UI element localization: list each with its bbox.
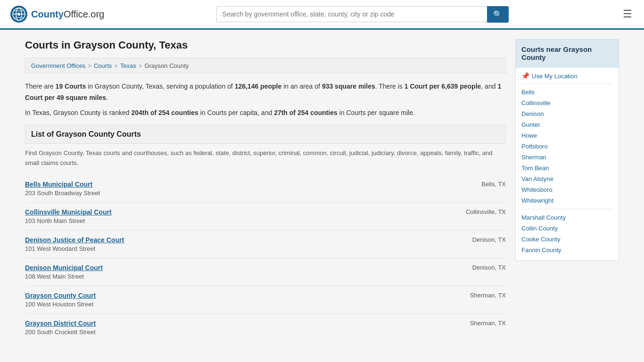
search-bar: 🔍 <box>216 6 509 23</box>
court-row: Bells Municipal Court 203 South Broadway… <box>25 181 506 197</box>
court-address: 101 West Woodard Street <box>25 245 124 252</box>
main-container: Courts in Grayson County, Texas Governme… <box>16 30 628 351</box>
court-name-link[interactable]: Grayson District Court <box>25 320 96 327</box>
court-address: 203 South Broadway Street <box>25 189 100 197</box>
stats-per-capita: 1 Court per 6,639 people <box>405 82 481 90</box>
search-input[interactable] <box>216 6 487 22</box>
court-city-state: Bells, TX <box>481 181 506 188</box>
breadcrumb-courts[interactable]: Courts <box>94 62 112 69</box>
sidebar-content: 📌 Use My Location BellsCollinsvilleDenis… <box>515 67 619 261</box>
stats-area: 933 square miles <box>322 82 375 90</box>
content-area: Courts in Grayson County, Texas Governme… <box>25 39 506 341</box>
search-button[interactable]: 🔍 <box>487 6 509 23</box>
breadcrumb-sep-2: > <box>114 62 118 69</box>
sidebar-city-link[interactable]: Whitesboro <box>521 184 613 195</box>
breadcrumb: Government Offices > Courts > Texas > Gr… <box>25 58 506 74</box>
court-name-link[interactable]: Denison Municipal Court <box>25 264 103 272</box>
court-address: 103 North Main Street <box>25 217 112 224</box>
sidebar-divider-1 <box>521 83 613 84</box>
court-list-item: Denison Justice of Peace Court 101 West … <box>25 230 506 258</box>
logo-county: County <box>31 9 64 19</box>
page-title: Courts in Grayson County, Texas <box>25 39 506 51</box>
court-name-link[interactable]: Denison Justice of Peace Court <box>25 236 124 244</box>
court-info: Collinsville Municipal Court 103 North M… <box>25 208 112 224</box>
sidebar-city-link[interactable]: Sherman <box>521 152 613 163</box>
sidebar-county-link[interactable]: Fannin County <box>521 245 613 255</box>
breadcrumb-texas[interactable]: Texas <box>120 62 136 69</box>
court-name-link[interactable]: Grayson County Court <box>25 292 96 299</box>
court-info: Bells Municipal Court 203 South Broadway… <box>25 181 100 197</box>
court-list-item: Collinsville Municipal Court 103 North M… <box>25 203 506 230</box>
sidebar-city-link[interactable]: Collinsville <box>521 98 613 108</box>
court-name-link[interactable]: Bells Municipal Court <box>25 181 100 188</box>
court-row: Collinsville Municipal Court 103 North M… <box>25 208 506 224</box>
location-pin-icon: 📌 <box>521 72 529 80</box>
use-location-label: Use My Location <box>532 73 578 80</box>
court-address: 200 South Crockett Street <box>25 329 96 336</box>
stats-location: Grayson County, Texas <box>95 82 163 90</box>
breadcrumb-sep-1: > <box>88 62 91 69</box>
court-info: Grayson County Court 100 West Houston St… <box>25 292 96 308</box>
sidebar-header: Courts near Grayson County <box>515 39 619 67</box>
court-list-item: Grayson County Court 100 West Houston St… <box>25 286 506 314</box>
court-row: Grayson District Court 200 South Crocket… <box>25 320 506 336</box>
breadcrumb-gov-offices[interactable]: Government Offices <box>31 62 85 69</box>
court-city-state: Sherman, TX <box>470 292 506 299</box>
sidebar-city-link[interactable]: Howe <box>521 130 613 141</box>
stats-rank-sqmile: 27th of 254 counties <box>274 109 338 116</box>
logo[interactable]: CountyOffice.org <box>9 5 104 24</box>
court-info: Denison Justice of Peace Court 101 West … <box>25 236 124 252</box>
court-info: Denison Municipal Court 108 West Main St… <box>25 264 103 280</box>
stats-block: There are 19 Courts in Grayson County, T… <box>25 81 506 118</box>
search-icon: 🔍 <box>493 10 503 18</box>
logo-org: Office.org <box>64 9 104 19</box>
stats-population: 126,146 people <box>235 82 282 90</box>
court-info: Grayson District Court 200 South Crocket… <box>25 320 96 336</box>
use-my-location-link[interactable]: 📌 Use My Location <box>521 72 613 80</box>
list-section-header: List of Grayson County Courts <box>25 125 506 144</box>
courts-list: Bells Municipal Court 203 South Broadway… <box>25 175 506 341</box>
sidebar-city-link[interactable]: Denison <box>521 108 613 119</box>
sidebar-county-link[interactable]: Collin County <box>521 223 613 234</box>
court-address: 100 West Houston Street <box>25 301 96 308</box>
sidebar: Courts near Grayson County 📌 Use My Loca… <box>515 39 619 341</box>
sidebar-city-link[interactable]: Van Alstyne <box>521 173 613 184</box>
stats-rank-capita: 204th of 254 counties <box>131 109 198 116</box>
court-city-state: Collinsville, TX <box>466 208 506 215</box>
sidebar-city-link[interactable]: Gunter <box>521 119 613 130</box>
court-list-item: Denison Municipal Court 108 West Main St… <box>25 258 506 286</box>
sidebar-county-link[interactable]: Marshall County <box>521 212 613 223</box>
sidebar-city-link[interactable]: Tom Bean <box>521 163 613 173</box>
logo-text: CountyOffice.org <box>31 9 104 20</box>
sidebar-city-link[interactable]: Bells <box>521 87 613 98</box>
court-list-item: Bells Municipal Court 203 South Broadway… <box>25 175 506 203</box>
court-city-state: Sherman, TX <box>470 320 506 327</box>
stats-count: 19 Courts <box>56 82 86 90</box>
sidebar-county-link[interactable]: Cooke County <box>521 234 613 245</box>
svg-point-6 <box>17 13 20 16</box>
court-name-link[interactable]: Collinsville Municipal Court <box>25 208 112 216</box>
sidebar-city-link[interactable]: Pottsboro <box>521 141 613 152</box>
list-description: Find Grayson County, Texas courts and co… <box>25 148 506 168</box>
court-row: Denison Justice of Peace Court 101 West … <box>25 236 506 252</box>
sidebar-divider-2 <box>521 209 613 209</box>
breadcrumb-sep-3: > <box>139 62 142 69</box>
sidebar-counties: Marshall CountyCollin CountyCooke County… <box>521 212 613 255</box>
breadcrumb-current: Grayson County <box>144 62 189 69</box>
sidebar-city-link[interactable]: Whitewright <box>521 195 613 206</box>
menu-icon[interactable]: ☰ <box>620 6 635 23</box>
logo-icon <box>9 5 28 24</box>
sidebar-cities: BellsCollinsvilleDenisonGunterHowePottsb… <box>521 87 613 206</box>
court-address: 108 West Main Street <box>25 273 103 280</box>
court-city-state: Denison, TX <box>472 236 506 243</box>
court-list-item: Grayson District Court 200 South Crocket… <box>25 314 506 341</box>
header-right: ☰ <box>620 6 635 23</box>
site-header: CountyOffice.org 🔍 ☰ <box>0 0 644 30</box>
court-row: Denison Municipal Court 108 West Main St… <box>25 264 506 280</box>
court-city-state: Denison, TX <box>472 264 506 271</box>
court-row: Grayson County Court 100 West Houston St… <box>25 292 506 308</box>
